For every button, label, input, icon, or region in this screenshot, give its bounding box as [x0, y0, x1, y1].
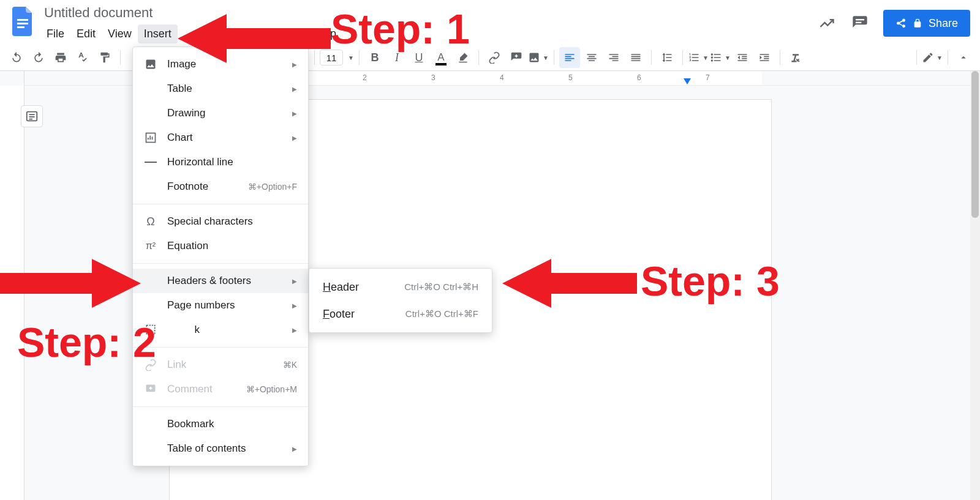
highlight-button[interactable] — [453, 47, 473, 68]
image-icon — [144, 58, 157, 71]
menu-label: Horizontal line — [167, 156, 297, 168]
menu-label: Headers & footers — [167, 275, 282, 287]
insert-chart[interactable]: Chart ▶ — [133, 125, 308, 150]
bulleted-list-button[interactable]: ▼ — [710, 47, 731, 68]
font-size-control[interactable]: ▼ — [320, 50, 354, 65]
insert-headers-footers[interactable]: Headers & footers ▶ — [133, 269, 308, 293]
comments-icon[interactable] — [850, 13, 870, 33]
redo-button[interactable] — [28, 47, 49, 68]
insert-equation[interactable]: π² Equation — [133, 234, 308, 258]
ruler-mark: 3 — [431, 73, 435, 82]
menu-shortcut: Ctrl+⌘O Ctrl+⌘F — [405, 308, 478, 319]
menu-label: Page numbers — [167, 299, 282, 312]
menu-label: Footer — [323, 308, 393, 321]
document-title[interactable]: Untitled document — [40, 4, 342, 22]
spellcheck-button[interactable] — [72, 47, 93, 68]
insert-menu-dropdown: Image ▶ Table ▶ Drawing ▶ Chart ▶ Horizo… — [132, 47, 309, 466]
text-color-button[interactable]: A — [431, 47, 451, 68]
vertical-ruler — [0, 71, 24, 500]
ruler-mark: 2 — [363, 73, 367, 82]
insert-special-characters[interactable]: Ω Special characters — [133, 209, 308, 234]
break-icon — [144, 323, 157, 337]
menu-label: Chart — [167, 132, 282, 144]
insert-bookmark[interactable]: Bookmark — [133, 412, 308, 436]
share-label: Share — [929, 17, 958, 30]
menu-shortcut: ⌘+Option+F — [248, 182, 297, 192]
menu-label: Drawing — [167, 107, 282, 119]
print-button[interactable] — [50, 47, 71, 68]
menu-label: Equation — [167, 240, 297, 252]
svg-rect-1 — [17, 23, 28, 24]
docs-logo[interactable] — [10, 4, 37, 39]
svg-rect-4 — [856, 22, 861, 23]
paint-format-button[interactable] — [94, 47, 115, 68]
insert-drawing[interactable]: Drawing ▶ — [133, 101, 308, 125]
menu-file[interactable]: File — [40, 24, 70, 43]
align-right-button[interactable] — [603, 47, 624, 68]
undo-button[interactable] — [6, 47, 27, 68]
menu-label: Footnote — [167, 181, 238, 193]
insert-toc[interactable]: Table of contents ▶ — [133, 436, 308, 461]
insert-link-button[interactable] — [484, 47, 505, 68]
headers-footers-submenu: Header Ctrl+⌘O Ctrl+⌘H Footer Ctrl+⌘O Ct… — [309, 268, 492, 333]
svg-rect-0 — [17, 19, 28, 21]
svg-rect-10 — [145, 162, 157, 163]
increase-indent-button[interactable] — [754, 47, 775, 68]
align-left-button[interactable] — [559, 47, 580, 68]
insert-table[interactable]: Table ▶ — [133, 76, 308, 101]
svg-rect-3 — [856, 19, 864, 20]
align-justify-button[interactable] — [625, 47, 646, 68]
activity-icon[interactable] — [817, 13, 837, 33]
menu-help[interactable]: elp — [312, 24, 342, 43]
insert-image[interactable]: Image ▶ — [133, 52, 308, 76]
menu-label: Table — [167, 83, 282, 95]
bold-button[interactable]: B — [364, 47, 385, 68]
right-indent-marker[interactable] — [684, 78, 691, 84]
decrease-indent-button[interactable] — [732, 47, 753, 68]
submenu-arrow-icon: ▶ — [292, 86, 297, 92]
menu-shortcut: ⌘+Option+M — [246, 384, 297, 394]
numbered-list-button[interactable]: ▼ — [688, 47, 709, 68]
bookmark-icon — [144, 417, 157, 431]
font-size-input[interactable] — [320, 50, 343, 65]
insert-break[interactable]: Breakk ▶ — [133, 318, 308, 342]
insert-horizontal-line[interactable]: Horizontal line — [133, 150, 308, 174]
collapse-toolbar-button[interactable] — [953, 47, 974, 68]
menu-edit[interactable]: Edit — [70, 24, 102, 43]
headers-icon — [144, 274, 157, 288]
italic-button[interactable]: I — [386, 47, 407, 68]
ruler-mark: 7 — [706, 73, 710, 82]
menu-label: Link — [167, 359, 273, 371]
submenu-arrow-icon: ▶ — [292, 327, 297, 334]
pi-icon: π² — [144, 239, 157, 253]
submenu-arrow-icon: ▶ — [292, 446, 297, 452]
align-center-button[interactable] — [581, 47, 602, 68]
toc-icon — [144, 442, 157, 455]
insert-header[interactable]: Header Ctrl+⌘O Ctrl+⌘H — [309, 274, 492, 300]
menu-label: Header — [323, 281, 392, 294]
insert-page-numbers[interactable]: Page numbers ▶ — [133, 293, 308, 318]
editing-mode-button[interactable]: ▼ — [922, 47, 943, 68]
ruler-mark: 6 — [637, 73, 641, 82]
insert-link: Link ⌘K — [133, 353, 308, 377]
underline-button[interactable]: U — [409, 47, 429, 68]
app-header: Untitled document File Edit View Insert … — [0, 0, 980, 44]
ruler-mark: 4 — [500, 73, 504, 82]
insert-footnote[interactable]: Footnote ⌘+Option+F — [133, 174, 308, 199]
submenu-arrow-icon: ▶ — [292, 302, 297, 309]
menu-view[interactable]: View — [102, 24, 138, 43]
clear-formatting-button[interactable] — [785, 47, 806, 68]
insert-comment-button[interactable] — [506, 47, 527, 68]
insert-footer[interactable]: Footer Ctrl+⌘O Ctrl+⌘F — [309, 300, 492, 327]
pagenum-icon — [144, 299, 157, 312]
drawing-icon — [144, 106, 157, 120]
line-spacing-button[interactable] — [657, 47, 677, 68]
menu-insert[interactable]: Insert — [138, 24, 178, 43]
share-button[interactable]: Share — [883, 10, 970, 37]
submenu-arrow-icon: ▶ — [292, 61, 297, 68]
vertical-scrollbar[interactable] — [970, 71, 980, 500]
scrollbar-thumb[interactable] — [971, 71, 979, 218]
submenu-arrow-icon: ▶ — [292, 110, 297, 117]
ruler-mark: 5 — [568, 73, 573, 82]
insert-image-button[interactable]: ▼ — [528, 47, 549, 68]
